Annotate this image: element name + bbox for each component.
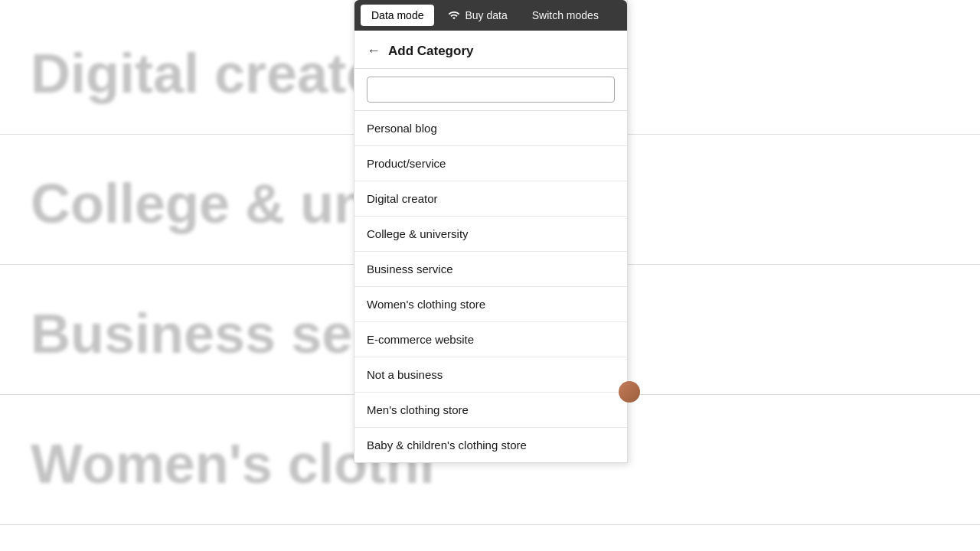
add-category-panel: Data mode Buy data Switch modes ← Add Ca… xyxy=(354,0,628,463)
add-category-title: Add Category xyxy=(388,44,473,59)
category-item-personal-blog[interactable]: Personal blog xyxy=(354,111,627,146)
category-item-baby-childrens-clothing-store[interactable]: Baby & children's clothing store xyxy=(354,428,627,462)
category-item-womens-clothing-store[interactable]: Women's clothing store xyxy=(354,287,627,322)
add-category-header: ← Add Category xyxy=(354,31,627,69)
switch-modes-button[interactable]: Switch modes xyxy=(521,5,609,26)
toolbar: Data mode Buy data Switch modes xyxy=(354,0,627,31)
category-item-business-service[interactable]: Business service xyxy=(354,252,627,287)
category-item-ecommerce-website[interactable]: E-commerce website xyxy=(354,322,627,357)
search-input[interactable] xyxy=(367,77,615,103)
category-item-not-a-business[interactable]: Not a business xyxy=(354,357,627,393)
back-button[interactable]: ← xyxy=(367,43,381,59)
category-list: Personal blog Product/service Digital cr… xyxy=(354,111,627,462)
search-container xyxy=(354,69,627,111)
data-mode-button[interactable]: Data mode xyxy=(361,5,434,26)
bg-text-digital-creator: Digital creator xyxy=(31,42,401,105)
avatar-inner xyxy=(619,381,640,403)
category-item-product-service[interactable]: Product/service xyxy=(354,146,627,181)
buy-data-button[interactable]: Buy data xyxy=(437,5,518,26)
wifi-icon xyxy=(448,9,460,21)
bg-divider-4 xyxy=(0,524,980,525)
category-item-college-university[interactable]: College & university xyxy=(354,217,627,252)
category-item-mens-clothing-store[interactable]: Men's clothing store xyxy=(354,393,627,428)
avatar xyxy=(619,381,640,403)
category-item-digital-creator[interactable]: Digital creator xyxy=(354,181,627,217)
buy-data-label: Buy data xyxy=(465,9,507,21)
